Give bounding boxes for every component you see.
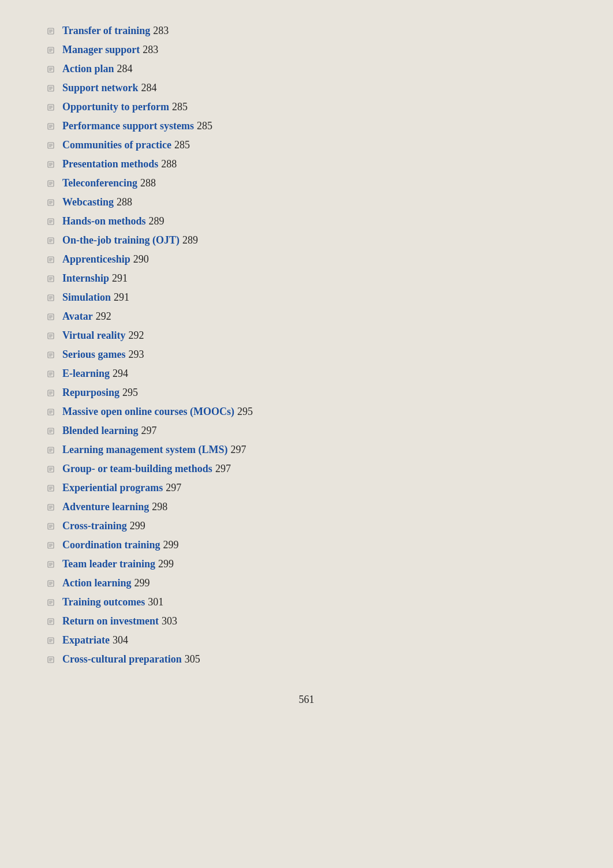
- list-item: Teleconferencing288: [46, 175, 567, 191]
- bullet-icon: [46, 350, 57, 360]
- entry-link[interactable]: Learning management system (LMS): [62, 442, 227, 458]
- entry-link[interactable]: Simulation: [62, 290, 111, 305]
- entry-page: 293: [129, 347, 144, 362]
- entry-link[interactable]: E-learning: [62, 366, 110, 381]
- bullet-icon: [46, 235, 57, 246]
- entry-link[interactable]: Experiential programs: [62, 480, 163, 496]
- bullet-icon: [46, 464, 57, 474]
- bullet-icon: [46, 578, 57, 589]
- list-item: Group- or team-building methods297: [46, 461, 567, 477]
- page-number: 561: [46, 694, 567, 706]
- entry-link[interactable]: Expatriate: [62, 633, 110, 648]
- bullet-icon: [46, 540, 57, 551]
- entry-link[interactable]: Adventure learning: [62, 499, 149, 515]
- entry-link[interactable]: Action plan: [62, 61, 114, 77]
- list-item: Transfer of training283: [46, 23, 567, 39]
- entry-link[interactable]: Coordination training: [62, 537, 160, 553]
- entry-page: 301: [148, 594, 163, 610]
- list-item: Cross-training299: [46, 518, 567, 534]
- bullet-icon: [46, 388, 57, 398]
- bullet-icon: [46, 140, 57, 151]
- bullet-icon: [46, 521, 57, 532]
- entry-link[interactable]: Return on investment: [62, 613, 159, 629]
- entry-link[interactable]: Opportunity to perform: [62, 99, 169, 115]
- entry-link[interactable]: Serious games: [62, 347, 126, 362]
- entry-page: 291: [112, 271, 128, 286]
- entry-link[interactable]: Blended learning: [62, 423, 139, 439]
- list-item: Action plan284: [46, 61, 567, 77]
- entry-link[interactable]: On-the-job training (OJT): [62, 233, 180, 248]
- entry-page: 298: [152, 499, 167, 515]
- bullet-icon: [46, 312, 57, 322]
- entry-link[interactable]: Avatar: [62, 309, 93, 324]
- entry-link[interactable]: Action learning: [62, 575, 132, 591]
- bullet-icon: [46, 559, 57, 570]
- entry-page: 292: [128, 328, 144, 343]
- entry-link[interactable]: Group- or team-building methods: [62, 461, 212, 477]
- entry-link[interactable]: Support network: [62, 80, 139, 96]
- entry-link[interactable]: Internship: [62, 271, 109, 286]
- entry-page: 294: [113, 366, 128, 381]
- index-list: Transfer of training283 Manager support2…: [46, 23, 567, 671]
- entry-page: 288: [117, 194, 132, 210]
- list-item: On-the-job training (OJT)289: [46, 233, 567, 248]
- entry-link[interactable]: Repurposing: [62, 385, 119, 401]
- entry-link[interactable]: Communities of practice: [62, 137, 171, 153]
- list-item: Return on investment303: [46, 613, 567, 629]
- bullet-icon: [46, 178, 57, 189]
- bullet-icon: [46, 483, 57, 493]
- bullet-icon: [46, 331, 57, 341]
- entry-link[interactable]: Apprenticeship: [62, 252, 130, 267]
- entry-link[interactable]: Teleconferencing: [62, 175, 137, 191]
- entry-page: 284: [117, 61, 133, 77]
- list-item: Support network284: [46, 80, 567, 96]
- bullet-icon: [46, 83, 57, 93]
- list-item: Virtual reality292: [46, 328, 567, 343]
- bullet-icon: [46, 159, 57, 170]
- entry-link[interactable]: Virtual reality: [62, 328, 125, 343]
- entry-link[interactable]: Performance support systems: [62, 118, 194, 134]
- entry-page: 283: [143, 42, 158, 58]
- entry-link[interactable]: Hands-on methods: [62, 214, 146, 229]
- entry-page: 299: [130, 518, 145, 534]
- entry-page: 291: [114, 290, 129, 305]
- entry-link[interactable]: Training outcomes: [62, 594, 145, 610]
- list-item: Webcasting288: [46, 194, 567, 210]
- bullet-icon: [46, 369, 57, 379]
- bullet-icon: [46, 426, 57, 436]
- entry-link[interactable]: Team leader training: [62, 556, 155, 572]
- list-item: Action learning299: [46, 575, 567, 591]
- entry-link[interactable]: Webcasting: [62, 194, 114, 210]
- entry-page: 288: [161, 156, 177, 172]
- list-item: Learning management system (LMS)297: [46, 442, 567, 458]
- list-item: Presentation methods288: [46, 156, 567, 172]
- entry-link[interactable]: Cross-training: [62, 518, 127, 534]
- bullet-icon: [46, 445, 57, 455]
- entry-page: 292: [96, 309, 111, 324]
- entry-page: 290: [133, 252, 149, 267]
- entry-link[interactable]: Manager support: [62, 42, 140, 58]
- list-item: Performance support systems285: [46, 118, 567, 134]
- bullet-icon: [46, 45, 57, 55]
- list-item: Repurposing295: [46, 385, 567, 401]
- entry-page: 297: [141, 423, 157, 439]
- entry-page: 297: [215, 461, 231, 477]
- bullet-icon: [46, 597, 57, 608]
- entry-page: 289: [149, 214, 165, 229]
- entry-link[interactable]: Presentation methods: [62, 156, 158, 172]
- entry-link[interactable]: Transfer of training: [62, 23, 150, 39]
- bullet-icon: [46, 407, 57, 417]
- list-item: Hands-on methods289: [46, 214, 567, 229]
- bullet-icon: [46, 121, 57, 132]
- bullet-icon: [46, 197, 57, 208]
- list-item: Cross-cultural preparation305: [46, 652, 567, 667]
- bullet-icon: [46, 635, 57, 646]
- entry-link[interactable]: Massive open online courses (MOOCs): [62, 404, 234, 420]
- bullet-icon: [46, 616, 57, 627]
- entry-page: 297: [230, 442, 246, 458]
- entry-link[interactable]: Cross-cultural preparation: [62, 652, 182, 667]
- entry-page: 283: [153, 23, 169, 39]
- bullet-icon: [46, 274, 57, 284]
- bullet-icon: [46, 255, 57, 265]
- list-item: Expatriate304: [46, 633, 567, 648]
